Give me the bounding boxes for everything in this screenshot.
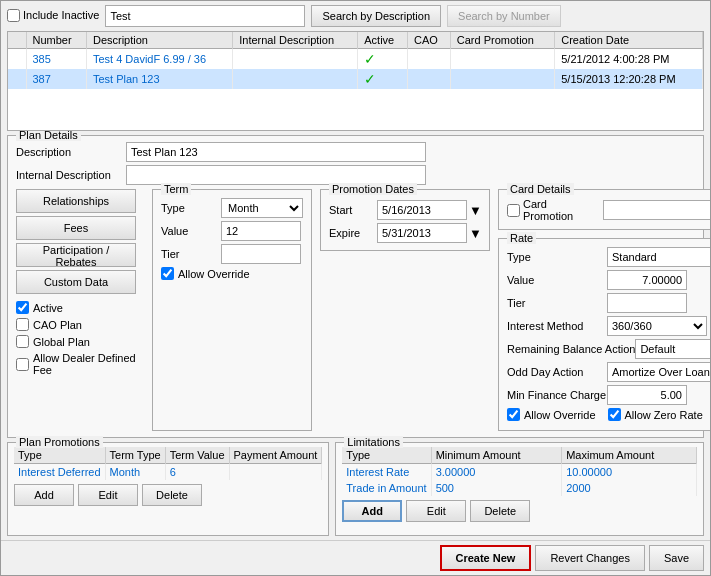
bottom-details-row: Plan Promotions Type Term Type Term Valu… bbox=[7, 442, 704, 536]
limit-table-row[interactable]: Trade in Amount 500 2000 bbox=[342, 480, 696, 496]
min-finance-input[interactable] bbox=[607, 385, 687, 405]
col-description[interactable]: Description bbox=[86, 32, 232, 49]
plan-details-title: Plan Details bbox=[16, 131, 81, 141]
allow-zero-rate-checkbox[interactable] bbox=[608, 408, 621, 421]
include-inactive-checkbox-row[interactable]: Include Inactive bbox=[7, 9, 99, 22]
rate-value-input[interactable] bbox=[607, 270, 687, 290]
row-internal-desc bbox=[233, 49, 358, 70]
promo-dates-title: Promotion Dates bbox=[329, 183, 417, 195]
start-label: Start bbox=[329, 204, 377, 216]
cao-checkbox[interactable] bbox=[16, 318, 29, 331]
limit-edit-button[interactable]: Edit bbox=[406, 500, 466, 522]
start-date-picker-icon[interactable]: ▼ bbox=[469, 203, 482, 218]
table-row[interactable]: 385 Test 4 DavidF 6.99 / 36 ✓ 5/21/2012 … bbox=[8, 49, 703, 70]
row-internal-desc bbox=[233, 69, 358, 89]
rate-tier-input[interactable] bbox=[607, 293, 687, 313]
global-checkbox[interactable] bbox=[16, 335, 29, 348]
limit-add-button[interactable]: Add bbox=[342, 500, 402, 522]
limit-delete-button[interactable]: Delete bbox=[470, 500, 530, 522]
rate-tier-label: Tier bbox=[507, 297, 607, 309]
promo-edit-button[interactable]: Edit bbox=[78, 484, 138, 506]
desc-input[interactable] bbox=[126, 142, 426, 162]
col-cao[interactable]: CAO bbox=[408, 32, 451, 49]
term-type-select[interactable]: Month Day Year bbox=[221, 198, 303, 218]
remaining-balance-select[interactable]: Default Amortize bbox=[635, 339, 710, 359]
promo-col-payment: Payment Amount bbox=[229, 447, 322, 464]
dealer-checkbox-row[interactable]: Allow Dealer Defined Fee bbox=[16, 352, 144, 376]
promo-payment-cell bbox=[229, 464, 322, 481]
global-checkbox-row[interactable]: Global Plan bbox=[16, 335, 144, 348]
top-bar: Include Inactive Search by Description S… bbox=[1, 1, 710, 31]
promo-type-cell: Interest Deferred bbox=[14, 464, 105, 481]
table-row[interactable]: 387 Test Plan 123 ✓ 5/15/2013 12:20:28 P… bbox=[8, 69, 703, 89]
card-promo-select[interactable] bbox=[603, 200, 710, 220]
promo-dates-column: Promotion Dates Start ▼ Expire ▼ bbox=[320, 189, 490, 431]
term-value-label: Value bbox=[161, 225, 221, 237]
search-by-number-button[interactable]: Search by Number bbox=[447, 5, 561, 27]
custom-data-button[interactable]: Custom Data bbox=[16, 270, 136, 294]
allow-override-checkbox-row[interactable]: Allow Override bbox=[161, 267, 303, 280]
main-window: Include Inactive Search by Description S… bbox=[0, 0, 711, 576]
save-button[interactable]: Save bbox=[649, 545, 704, 571]
cao-checkbox-row[interactable]: CAO Plan bbox=[16, 318, 144, 331]
promo-table-row[interactable]: Interest Deferred Month 6 bbox=[14, 464, 322, 481]
remaining-balance-label: Remaining Balance Action bbox=[507, 343, 635, 355]
search-input[interactable] bbox=[105, 5, 305, 27]
promo-add-button[interactable]: Add bbox=[14, 484, 74, 506]
interest-method-select[interactable]: 360/360 365/365 bbox=[607, 316, 707, 336]
rate-allow-override-checkbox[interactable] bbox=[507, 408, 520, 421]
row-desc: Test 4 DavidF 6.99 / 36 bbox=[86, 49, 232, 70]
limit-table-row[interactable]: Interest Rate 3.00000 10.00000 bbox=[342, 464, 696, 481]
term-tier-input[interactable] bbox=[221, 244, 301, 264]
allow-override-checkbox[interactable] bbox=[161, 267, 174, 280]
promo-delete-button[interactable]: Delete bbox=[142, 484, 202, 506]
participation-rebates-button[interactable]: Participation / Rebates bbox=[16, 243, 136, 267]
allow-zero-rate-label: Allow Zero Rate bbox=[625, 409, 703, 421]
limitations-section: Limitations Type Minimum Amount Maximum … bbox=[335, 442, 704, 536]
col-card-promo[interactable]: Card Promotion bbox=[450, 32, 554, 49]
col-creation-date[interactable]: Creation Date bbox=[555, 32, 703, 49]
fees-button[interactable]: Fees bbox=[16, 216, 136, 240]
promo-term-value-cell: 6 bbox=[165, 464, 229, 481]
include-inactive-label: Include Inactive bbox=[23, 9, 99, 21]
expire-date-input[interactable] bbox=[377, 223, 467, 243]
row-creation-date: 5/21/2012 4:00:28 PM bbox=[555, 49, 703, 70]
col-number[interactable]: Number bbox=[26, 32, 86, 49]
limit-col-min: Minimum Amount bbox=[431, 447, 562, 464]
relationships-button[interactable]: Relationships bbox=[16, 189, 136, 213]
create-new-button[interactable]: Create New bbox=[440, 545, 532, 571]
card-promo-checkbox[interactable] bbox=[507, 204, 520, 217]
expire-date-picker-icon[interactable]: ▼ bbox=[469, 226, 482, 241]
search-by-description-button[interactable]: Search by Description bbox=[311, 5, 441, 27]
term-value-input[interactable] bbox=[221, 221, 301, 241]
col-internal-desc[interactable]: Internal Description bbox=[233, 32, 358, 49]
global-label: Global Plan bbox=[33, 336, 90, 348]
allow-zero-rate-row[interactable]: Allow Zero Rate bbox=[608, 408, 703, 421]
col-active[interactable]: Active bbox=[358, 32, 408, 49]
rate-section: Rate Type Standard Variable Tiered Value bbox=[498, 238, 710, 431]
limit-type-cell: Interest Rate bbox=[342, 464, 431, 481]
rate-value-label: Value bbox=[507, 274, 607, 286]
expire-label: Expire bbox=[329, 227, 377, 239]
limit-min-cell: 500 bbox=[431, 480, 562, 496]
rate-allow-override-row[interactable]: Allow Override bbox=[507, 408, 596, 421]
rate-type-label: Type bbox=[507, 251, 607, 263]
start-date-input[interactable] bbox=[377, 200, 467, 220]
active-checkbox[interactable] bbox=[16, 301, 29, 314]
card-promo-label: Card Promotion bbox=[523, 198, 597, 222]
promo-dates-section: Promotion Dates Start ▼ Expire ▼ bbox=[320, 189, 490, 251]
limit-type-cell: Trade in Amount bbox=[342, 480, 431, 496]
odd-day-select[interactable]: Amortize Over Loan None bbox=[607, 362, 710, 382]
limit-max-cell: 10.00000 bbox=[562, 464, 697, 481]
limit-min-cell: 3.00000 bbox=[431, 464, 562, 481]
desc-row: Description bbox=[16, 142, 695, 162]
row-cao bbox=[408, 49, 451, 70]
revert-changes-button[interactable]: Revert Changes bbox=[535, 545, 645, 571]
internal-desc-input[interactable] bbox=[126, 165, 426, 185]
rate-type-select[interactable]: Standard Variable Tiered bbox=[607, 247, 710, 267]
limit-col-max: Maximum Amount bbox=[562, 447, 697, 464]
include-inactive-checkbox[interactable] bbox=[7, 9, 20, 22]
plan-promotions-title: Plan Promotions bbox=[16, 436, 103, 448]
dealer-checkbox[interactable] bbox=[16, 358, 29, 371]
active-checkbox-row[interactable]: Active bbox=[16, 301, 144, 314]
